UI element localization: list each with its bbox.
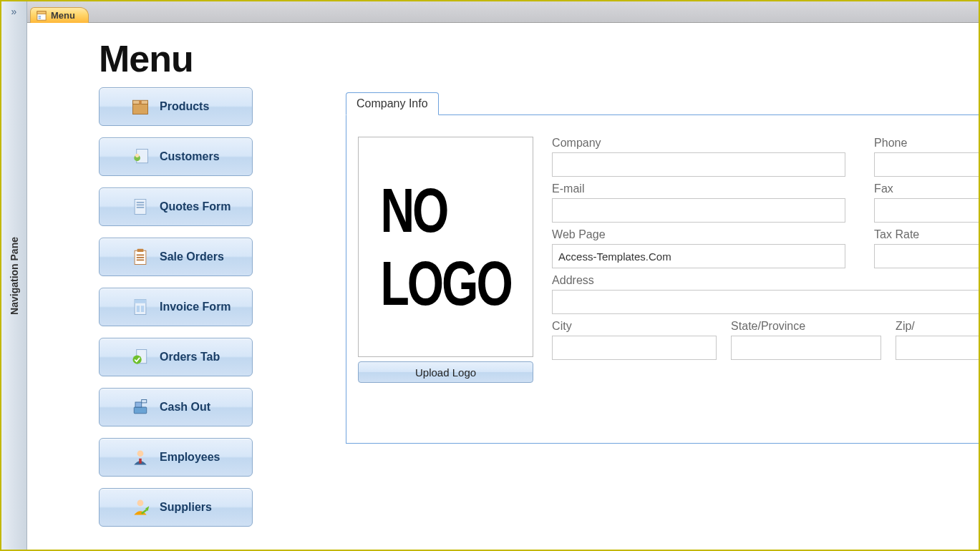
person-card-icon [130,146,151,167]
company-info-panel: Company Info NO LOGO Upload Logo Company [346,92,979,527]
label-address: Address [552,274,979,287]
svg-rect-26 [135,402,142,407]
svg-rect-18 [137,260,145,261]
field-phone: Phone [874,137,979,177]
navigation-pane-strip[interactable]: » Navigation Pane [1,1,27,550]
field-state: State/Province [731,320,881,360]
input-zip[interactable] [896,336,979,360]
invoice-icon [130,296,151,318]
svg-rect-25 [134,407,147,414]
navigation-pane-label: Navigation Pane [9,237,20,315]
form-icon [37,11,47,21]
svg-rect-3 [39,17,42,19]
field-email: E-mail [552,182,845,223]
menu-button-sale-orders[interactable]: Sale Orders [99,238,253,276]
field-address: Address [552,274,979,314]
upload-logo-button[interactable]: Upload Logo [358,361,533,383]
tab-company-info[interactable]: Company Info [346,92,439,115]
menu-button-quotes-form[interactable]: Quotes Form [99,187,253,226]
menu-button-cash-out[interactable]: Cash Out [99,388,253,426]
label-city: City [552,320,717,333]
input-state[interactable] [731,336,881,360]
input-taxrate[interactable] [874,244,979,268]
employee-icon [130,447,151,468]
svg-rect-12 [137,205,145,206]
tab-label: Menu [51,10,75,21]
field-company: Company [552,137,845,177]
svg-rect-16 [137,255,145,256]
menu-button-label: Cash Out [160,401,210,414]
label-company: Company [552,137,845,150]
svg-rect-27 [142,400,147,403]
field-taxrate: Tax Rate [874,228,979,268]
svg-rect-15 [137,249,144,252]
label-phone: Phone [874,137,979,150]
field-fax: Fax [874,182,979,223]
input-city[interactable] [552,336,717,360]
svg-rect-1 [37,11,46,14]
field-zip: Zip/ [896,320,979,360]
svg-rect-17 [137,257,145,258]
page-title: Menu [99,37,979,80]
navigation-pane-expand-button[interactable]: » [1,6,26,17]
input-webpage[interactable] [552,244,845,268]
clipboard-list-icon [130,246,151,268]
input-company[interactable] [552,152,845,177]
box-icon [130,96,151,117]
svg-rect-2 [39,16,42,17]
input-address[interactable] [552,290,979,314]
menu-button-label: Employees [160,451,220,464]
supplier-icon [130,497,151,518]
label-zip: Zip/ [896,320,979,333]
svg-rect-6 [139,100,142,104]
input-fax[interactable] [874,198,979,223]
menu-button-label: Products [160,100,209,113]
svg-rect-11 [137,202,145,203]
label-taxrate: Tax Rate [874,228,979,241]
svg-rect-29 [139,459,142,464]
menu-button-label: Customers [160,150,220,163]
svg-point-28 [137,450,144,457]
svg-rect-20 [135,300,146,303]
cash-register-icon [130,396,151,418]
tab-menu[interactable]: Menu [30,7,89,23]
menu-button-label: Suppliers [160,501,212,514]
menu-button-label: Invoice Form [160,301,231,313]
svg-rect-4 [133,103,148,114]
menu-button-orders-tab[interactable]: Orders Tab [99,338,253,376]
menu-buttons-column: Products Customers Quotes Form [99,87,253,527]
menu-button-label: Orders Tab [160,351,220,364]
menu-button-customers[interactable]: Customers [99,137,253,176]
svg-rect-21 [137,306,140,312]
label-webpage: Web Page [552,228,845,241]
field-city: City [552,320,717,360]
menu-button-products[interactable]: Products [99,87,253,126]
document-tabs-bar: Menu [27,1,979,23]
label-email: E-mail [552,182,845,195]
svg-point-9 [135,154,139,157]
menu-button-employees[interactable]: Employees [99,438,253,477]
company-logo-placeholder: NO LOGO [358,137,533,357]
menu-button-label: Quotes Form [160,200,231,213]
svg-rect-13 [137,207,145,208]
svg-point-30 [137,500,144,507]
menu-button-invoice-form[interactable]: Invoice Form [99,288,253,326]
document-icon [130,196,151,218]
label-fax: Fax [874,182,979,195]
menu-button-suppliers[interactable]: Suppliers [99,488,253,527]
input-email[interactable] [552,198,845,223]
svg-point-24 [133,355,142,364]
menu-button-label: Sale Orders [160,250,224,263]
check-doc-icon [130,346,151,368]
no-logo-text: NO LOGO [380,174,510,320]
field-webpage: Web Page [552,228,845,268]
input-phone[interactable] [874,152,979,177]
label-state: State/Province [731,320,881,333]
svg-rect-22 [141,306,144,312]
